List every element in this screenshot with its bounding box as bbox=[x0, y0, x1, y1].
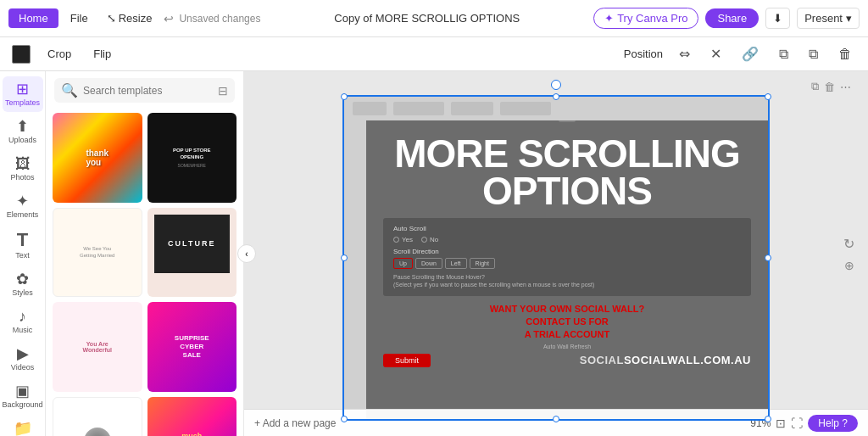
template-card[interactable]: much thanks bbox=[147, 397, 237, 437]
distribute-icon[interactable]: ✕ bbox=[706, 44, 726, 64]
yes-radio[interactable]: Yes bbox=[393, 236, 413, 243]
template-card[interactable]: CULTURE bbox=[147, 208, 237, 298]
slide-main-area: MORE SCROLLING OPTIONS Auto Scroll Yes bbox=[366, 120, 768, 419]
rotate-handle[interactable] bbox=[551, 80, 561, 90]
sidebar-item-uploads[interactable]: ⬆ Uploads bbox=[3, 114, 43, 149]
sidebar-label-photos: Photos bbox=[10, 173, 34, 182]
filter-icon[interactable]: ⊟ bbox=[218, 84, 228, 98]
videos-icon: ▶ bbox=[17, 346, 29, 361]
search-box[interactable]: 🔍 ⊟ bbox=[54, 78, 235, 103]
template-card[interactable]: SURPRISECYBERSALE bbox=[147, 302, 237, 392]
submit-button[interactable]: Submit bbox=[383, 354, 431, 367]
canvas-page-wrapper: MORE SCROLLING OPTIONS Auto Scroll Yes bbox=[344, 97, 768, 419]
elements-icon: ✦ bbox=[16, 193, 29, 209]
resize-button[interactable]: ⤡ Resize bbox=[100, 8, 159, 28]
auto-refresh-label: Auto Wall Refresh bbox=[366, 344, 768, 349]
sidebar: ⊞ Templates ⬆ Uploads 🖼 Photos ✦ Element… bbox=[0, 71, 46, 436]
file-button[interactable]: File bbox=[64, 8, 95, 28]
sidebar-item-folders[interactable]: 📁 Folders bbox=[3, 416, 43, 436]
hide-panel-button[interactable]: ‹ bbox=[237, 244, 256, 263]
sidebar-item-photos[interactable]: 🖼 Photos bbox=[3, 151, 43, 187]
dir-right-button[interactable]: Right bbox=[470, 258, 495, 269]
slide-left-strip bbox=[344, 120, 366, 419]
template-card[interactable]: POP UP STOREOPENING SOMEWHERE bbox=[147, 113, 237, 203]
slide-cta-area: WANT YOUR OWN SOCIAL WALL? CONTACT US FO… bbox=[366, 296, 768, 342]
sidebar-item-background[interactable]: ▣ Background bbox=[3, 378, 43, 414]
music-icon: ♪ bbox=[19, 309, 26, 324]
dir-up-button[interactable]: Up bbox=[393, 258, 413, 269]
sidebar-item-styles[interactable]: ✿ Styles bbox=[3, 266, 43, 302]
canvas-scroll-area[interactable]: MORE SCROLLING OPTIONS Auto Scroll Yes bbox=[244, 71, 868, 436]
chevron-down-icon: ▾ bbox=[846, 12, 852, 25]
undo-icon[interactable]: ↩ bbox=[164, 12, 174, 25]
align-icon[interactable]: ⇔ bbox=[675, 44, 694, 64]
sidebar-label-uploads: Uploads bbox=[8, 136, 36, 144]
present-button[interactable]: Present ▾ bbox=[797, 8, 860, 29]
main-layout: ⊞ Templates ⬆ Uploads 🖼 Photos ✦ Element… bbox=[0, 71, 868, 436]
canvas-top-controls: ⧉ 🗑 ⋯ bbox=[811, 80, 851, 93]
flip-button[interactable]: Flip bbox=[88, 46, 116, 62]
yes-radio-dot bbox=[393, 237, 399, 243]
template-panel: 🔍 ⊟ thankyou POP UP STOREOPENING SOMEWHE… bbox=[46, 71, 244, 436]
sidebar-item-templates[interactable]: ⊞ Templates bbox=[3, 76, 43, 112]
scroll-direction-label: Scroll Direction bbox=[393, 248, 741, 255]
social-text: SOCIAL bbox=[580, 354, 624, 366]
try-canva-button[interactable]: ✦ Try Canva Pro bbox=[593, 8, 698, 29]
template-card[interactable]: thankyou bbox=[53, 113, 142, 203]
canvas-area: ⧉ 🗑 ⋯ bbox=[244, 71, 868, 436]
top-bar: Home File ⤡ Resize ↩ Unsaved changes Cop… bbox=[0, 0, 868, 37]
yes-no-radios: Yes No bbox=[393, 236, 741, 243]
fullscreen-button[interactable]: ⛶ bbox=[791, 416, 803, 430]
color-picker[interactable] bbox=[12, 45, 31, 64]
sidebar-item-videos[interactable]: ▶ Videos bbox=[3, 341, 43, 377]
slide-title: MORE SCROLLING OPTIONS bbox=[383, 136, 751, 210]
sidebar-label-templates: Templates bbox=[5, 98, 40, 107]
slide-settings-panel: Auto Scroll Yes No bbox=[383, 218, 751, 295]
download-button[interactable]: ⬇ bbox=[765, 8, 790, 29]
no-radio[interactable]: No bbox=[421, 236, 438, 243]
no-radio-dot bbox=[421, 237, 427, 243]
canvas-page[interactable]: MORE SCROLLING OPTIONS Auto Scroll Yes bbox=[344, 97, 768, 419]
share-button[interactable]: Share bbox=[705, 8, 759, 28]
lock-icon[interactable]: ⧉ bbox=[775, 45, 793, 64]
canvas-refresh-button[interactable]: ↻ bbox=[843, 236, 854, 252]
template-card[interactable]: You AreWonderful bbox=[53, 302, 142, 392]
sidebar-label-videos: Videos bbox=[11, 363, 34, 372]
position-button[interactable]: Position bbox=[624, 48, 663, 60]
search-input[interactable] bbox=[83, 85, 213, 97]
help-button[interactable]: Help ? bbox=[808, 415, 858, 432]
canvas-ctrl-delete[interactable]: 🗑 bbox=[824, 80, 835, 93]
fit-page-button[interactable]: ⊡ bbox=[776, 416, 786, 430]
slide-title-area: MORE SCROLLING OPTIONS bbox=[366, 120, 768, 218]
copy-icon[interactable]: ⧉ bbox=[804, 45, 822, 64]
canvas-right-controls: ↻ ⊕ bbox=[843, 236, 854, 272]
template-card[interactable]: We See YouGetting Married bbox=[53, 208, 142, 298]
submit-domain-row: Submit SOCIALSOCIALWALL.COM.AU bbox=[366, 349, 768, 372]
unsaved-label: Unsaved changes bbox=[179, 13, 260, 25]
doc-title: Copy of MORE SCROLLIG OPTIONS bbox=[334, 12, 520, 25]
link-icon[interactable]: 🔗 bbox=[737, 44, 763, 64]
dir-down-button[interactable]: Down bbox=[415, 258, 442, 269]
folders-icon: 📁 bbox=[14, 421, 32, 436]
dir-left-button[interactable]: Left bbox=[445, 258, 467, 269]
delete-icon[interactable]: 🗑 bbox=[834, 45, 856, 64]
top-bar-center: Copy of MORE SCROLLIG OPTIONS bbox=[334, 12, 520, 25]
add-page-button[interactable]: + Add a new page bbox=[254, 417, 336, 429]
domain-display: SOCIALSOCIALWALL.COM.AU bbox=[580, 354, 751, 366]
second-bar: Crop Flip Position ⇔ ✕ 🔗 ⧉ ⧉ 🗑 bbox=[0, 37, 868, 71]
crop-button[interactable]: Crop bbox=[42, 46, 76, 62]
sidebar-item-text[interactable]: T Text bbox=[3, 226, 43, 265]
top-bar-right: ✦ Try Canva Pro Share ⬇ Present ▾ bbox=[593, 8, 860, 29]
sidebar-label-music: Music bbox=[13, 326, 33, 334]
canvas-zoom-button[interactable]: ⊕ bbox=[843, 259, 854, 272]
canvas-ctrl-copy[interactable]: ⧉ bbox=[811, 80, 819, 93]
sidebar-label-text: Text bbox=[15, 251, 30, 260]
sidebar-item-elements[interactable]: ✦ Elements bbox=[3, 188, 43, 224]
sidebar-item-music[interactable]: ♪ Music bbox=[3, 304, 43, 339]
canvas-ctrl-more[interactable]: ⋯ bbox=[840, 80, 851, 93]
uploads-icon: ⬆ bbox=[16, 119, 29, 134]
template-card[interactable] bbox=[53, 397, 142, 437]
home-button[interactable]: Home bbox=[8, 8, 58, 28]
template-panel-wrap: 🔍 ⊟ thankyou POP UP STOREOPENING SOMEWHE… bbox=[46, 71, 244, 436]
top-bar-left: Home File ⤡ Resize ↩ Unsaved changes bbox=[8, 8, 260, 28]
